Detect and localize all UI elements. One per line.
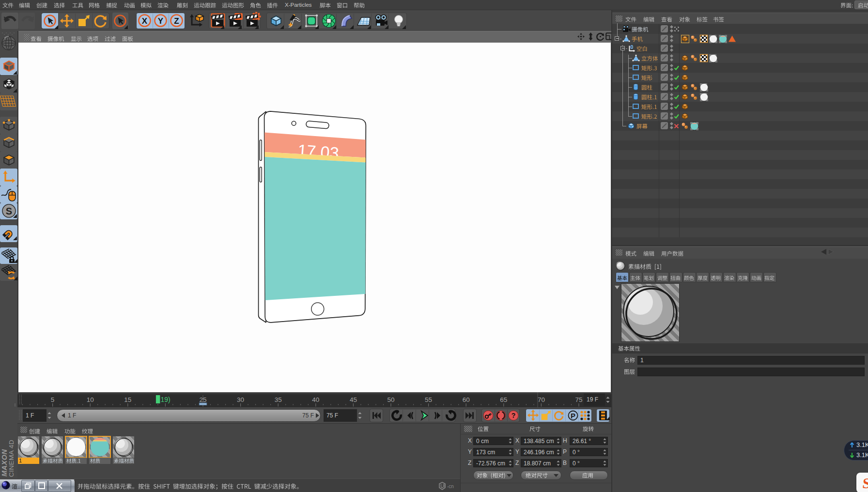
svg-text:55: 55 xyxy=(425,396,432,403)
svg-text:S: S xyxy=(862,475,868,492)
svg-text:65: 65 xyxy=(500,396,507,403)
svg-text:75: 75 xyxy=(575,396,582,403)
svg-text:15: 15 xyxy=(124,396,131,403)
svg-text:-cn: -cn xyxy=(447,484,454,489)
svg-text:S: S xyxy=(6,206,12,216)
svg-text:P: P xyxy=(571,412,575,420)
svg-text:45: 45 xyxy=(350,396,357,403)
svg-text:60: 60 xyxy=(463,396,470,403)
svg-text:70: 70 xyxy=(538,396,545,403)
svg-text:50: 50 xyxy=(387,396,394,403)
svg-text:Y: Y xyxy=(158,16,164,26)
svg-text:10: 10 xyxy=(87,396,94,403)
svg-text:0: 0 xyxy=(631,44,634,50)
svg-text:35: 35 xyxy=(275,396,282,403)
svg-text:40: 40 xyxy=(312,396,319,403)
svg-text:Z: Z xyxy=(174,16,179,26)
svg-text:X: X xyxy=(142,16,148,26)
svg-text:19): 19) xyxy=(160,396,170,403)
svg-text:30: 30 xyxy=(237,396,244,403)
svg-text:5: 5 xyxy=(51,396,55,403)
svg-text:25: 25 xyxy=(199,396,206,403)
svg-text:?: ? xyxy=(512,412,516,419)
